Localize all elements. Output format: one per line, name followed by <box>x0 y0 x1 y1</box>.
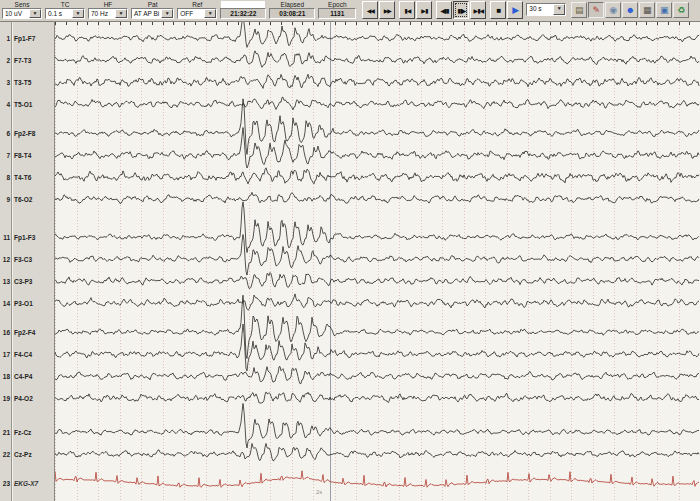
chevron-down-icon[interactable]: ▼ <box>115 9 127 18</box>
channel-label: Fp1-F3 <box>10 234 35 241</box>
channel-number: 3 <box>0 79 10 86</box>
channel-number: 22 <box>0 451 10 458</box>
patient-icon[interactable]: ☻ <box>622 2 638 18</box>
pat-label: Pat <box>148 1 158 8</box>
channel-number: 17 <box>0 351 10 358</box>
channel-label: F3-C3 <box>10 256 32 263</box>
epoch-value: 1131 <box>318 8 356 19</box>
channel-number: 14 <box>0 300 10 307</box>
eeg-viewer-window: Sens10 uV▼TC0.1 s▼HF70 Hz▼PatAT AP Bi▼Re… <box>0 0 700 501</box>
channel-row-19[interactable]: 19P4-O2 <box>0 393 54 403</box>
print-icon[interactable]: ▦ <box>639 2 655 18</box>
stop-button[interactable]: ■ <box>490 1 506 19</box>
tc-label: TC <box>61 1 70 8</box>
channel-label: P3-O1 <box>10 300 33 307</box>
ref-select[interactable]: OFF▼ <box>177 8 217 19</box>
channel-row-7[interactable]: 7F8-T4 <box>0 150 54 160</box>
tool-icon-buttons: ▤✎◉☻▦▣♻ <box>571 1 689 18</box>
pat-select[interactable]: AT AP Bi▼ <box>131 8 174 19</box>
channel-number: 8 <box>0 174 10 181</box>
channel-row-22[interactable]: 22Cz-Pz <box>0 449 54 459</box>
refresh-icon[interactable]: ♻ <box>673 2 689 18</box>
channel-row-12[interactable]: 12F3-C3 <box>0 254 54 264</box>
channel-row-1[interactable]: 1Fp1-F7 <box>0 33 54 43</box>
hf-label: HF <box>104 1 113 8</box>
step-back-button[interactable]: ◀▮▮ <box>436 1 452 19</box>
chevron-down-icon[interactable]: ▼ <box>29 9 41 18</box>
channel-label: Fp2-F4 <box>10 329 35 336</box>
chevron-down-icon[interactable]: ▼ <box>204 9 216 18</box>
channel-row-17[interactable]: 17F4-C4 <box>0 349 54 359</box>
channel-row-3[interactable]: 3T3-T5 <box>0 77 54 87</box>
globe-icon[interactable]: ◉ <box>605 2 621 18</box>
channel-label: EKG-X7 <box>10 480 38 487</box>
channel-label: F7-T3 <box>10 57 31 64</box>
channel-number: 7 <box>0 152 10 159</box>
pat-value: AT AP Bi <box>132 9 161 18</box>
rewind-button[interactable]: ◀◀ <box>362 1 378 19</box>
hf-select[interactable]: 70 Hz▼ <box>88 8 128 19</box>
eeg-trace-canvas[interactable] <box>55 22 700 501</box>
transport-controls: ◀◀▶▶▮◀▶▮◀▮▮▮▮▶▶▮◀■▶ <box>362 1 523 19</box>
channel-label-gutter: 1Fp1-F72F7-T33T3-T54T5-O16Fp2-F87F8-T48T… <box>0 22 55 501</box>
pat-field: PatAT AP Bi▼ <box>131 1 174 19</box>
sens-field: Sens10 uV▼ <box>2 1 42 19</box>
chevron-down-icon[interactable]: ▼ <box>553 4 565 15</box>
channel-number: 23 <box>0 480 10 487</box>
tc-field: TC0.1 s▼ <box>45 1 85 19</box>
channel-label: P4-O2 <box>10 395 33 402</box>
page-duration-value: 30 s <box>527 4 553 15</box>
channel-row-18[interactable]: 18C4-P4 <box>0 371 54 381</box>
channel-number: 4 <box>0 101 10 108</box>
tc-select[interactable]: 0.1 s▼ <box>45 8 85 19</box>
epoch-label: Epoch <box>328 1 346 8</box>
step-forward-button[interactable]: ▮▮▶ <box>453 1 469 19</box>
clock-time-value: 21:32:22 <box>220 8 266 19</box>
parameter-fields: Sens10 uV▼TC0.1 s▼HF70 Hz▼PatAT AP Bi▼Re… <box>2 1 217 19</box>
hf-value: 70 Hz <box>89 9 115 18</box>
notebook-icon[interactable]: ▤ <box>571 2 587 18</box>
channel-row-21[interactable]: 21Fz-Cz <box>0 427 54 437</box>
channel-label: F4-C4 <box>10 351 32 358</box>
chevron-down-icon[interactable]: ▼ <box>161 9 173 18</box>
toolbar: Sens10 uV▼TC0.1 s▼HF70 Hz▼PatAT AP Bi▼Re… <box>0 0 700 22</box>
annotate-wave-icon[interactable]: ✎ <box>588 2 604 18</box>
channel-row-13[interactable]: 13C3-P3 <box>0 276 54 286</box>
time-scale-annotation: 2s <box>316 489 322 495</box>
channel-row-23[interactable]: 23EKG-X7 <box>0 478 54 488</box>
channel-row-16[interactable]: 16Fp2-F4 <box>0 327 54 337</box>
time-mode-highlight[interactable] <box>221 1 265 8</box>
channel-label: T4-T6 <box>10 174 31 181</box>
sens-select[interactable]: 10 uV▼ <box>2 8 42 19</box>
center-cursor-button[interactable]: ▶▮◀ <box>470 1 486 19</box>
channel-row-2[interactable]: 2F7-T3 <box>0 55 54 65</box>
channel-row-14[interactable]: 14P3-O1 <box>0 298 54 308</box>
elapsed-group: Elapsed 03:08:21 <box>269 1 315 19</box>
play-button[interactable]: ▶ <box>507 1 523 19</box>
channel-number: 2 <box>0 57 10 64</box>
channel-row-6[interactable]: 6Fp2-F8 <box>0 128 54 138</box>
channel-row-8[interactable]: 8T4-T6 <box>0 172 54 182</box>
channel-row-4[interactable]: 4T5-O1 <box>0 99 54 109</box>
channel-number: 6 <box>0 130 10 137</box>
channel-number: 12 <box>0 256 10 263</box>
chevron-down-icon[interactable]: ▼ <box>72 9 84 18</box>
page-duration-select[interactable]: 30 s ▼ <box>526 3 566 16</box>
channel-row-9[interactable]: 9T6-O2 <box>0 194 54 204</box>
channel-label: Fz-Cz <box>10 429 31 436</box>
channel-number: 11 <box>0 234 10 241</box>
ref-label: Ref <box>192 1 202 8</box>
channel-number: 9 <box>0 196 10 203</box>
skip-to-start-button[interactable]: ▮◀ <box>399 1 415 19</box>
display-icon[interactable]: ▣ <box>656 2 672 18</box>
skip-to-end-button[interactable]: ▶▮ <box>416 1 432 19</box>
fast-forward-button[interactable]: ▶▶ <box>379 1 395 19</box>
channel-number: 18 <box>0 373 10 380</box>
channel-row-11[interactable]: 11Fp1-F3 <box>0 232 54 242</box>
clock-time-group: 21:32:22 <box>220 1 266 19</box>
channel-label: Fp2-F8 <box>10 130 35 137</box>
channel-number: 13 <box>0 278 10 285</box>
ref-value: OFF <box>178 9 204 18</box>
elapsed-label: Elapsed <box>281 1 305 8</box>
channel-number: 1 <box>0 35 10 42</box>
